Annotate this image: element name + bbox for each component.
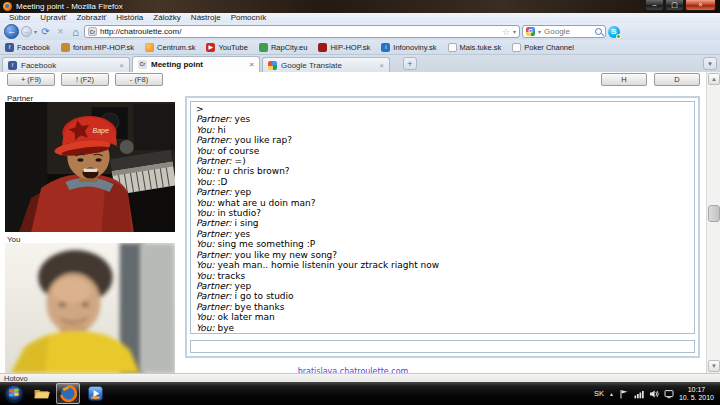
- media-player-icon: [87, 385, 104, 402]
- bookmark-item[interactable]: ▶ YouTube: [206, 43, 247, 52]
- action-center-flag-icon[interactable]: [619, 389, 629, 399]
- menu-item[interactable]: Zobraziť: [71, 13, 111, 23]
- browser-tab[interactable]: f Facebook ×: [2, 57, 130, 72]
- search-input[interactable]: [544, 27, 592, 36]
- bookmark-item[interactable]: Poker Channel: [512, 43, 574, 52]
- chat-message: Partner:i sing: [196, 218, 689, 228]
- maximize-icon[interactable]: ▢: [665, 0, 684, 11]
- chat-message: You:yeah man.. homie listenin your ztrac…: [196, 260, 689, 270]
- bookmark-item[interactable]: Centrum.sk: [145, 43, 195, 52]
- bookmark-star-icon[interactable]: ☆: [502, 27, 510, 37]
- tab-close-icon[interactable]: ×: [379, 61, 384, 70]
- search-bar[interactable]: G ▾: [522, 25, 606, 38]
- hidden-icons-icon[interactable]: ▲: [609, 391, 614, 397]
- chat-text: i go to studio: [235, 291, 294, 301]
- chat-sender: You:: [196, 198, 215, 208]
- bookmark-item[interactable]: forum.HIP-HOP.sk: [61, 43, 134, 52]
- tab-close-icon[interactable]: ×: [119, 61, 124, 70]
- list-all-tabs-icon[interactable]: ▾: [703, 57, 717, 70]
- bookmark-label: HIP-HOP.sk: [330, 43, 370, 52]
- chat-message: You:tracks: [196, 271, 689, 281]
- chat-sender: Partner:: [196, 250, 232, 260]
- firefox-icon: [60, 385, 77, 402]
- scrollbar-thumb[interactable]: [708, 205, 720, 222]
- menu-item[interactable]: Upraviť: [35, 13, 71, 23]
- scroll-down-icon[interactable]: ▼: [708, 360, 720, 372]
- tab-label: Meeting point: [151, 60, 245, 69]
- menu-item[interactable]: Záložky: [148, 13, 186, 23]
- url-input[interactable]: [100, 27, 499, 36]
- bookmarks-toolbar: f Facebook forum.HIP-HOP.sk Centrum.sk ▶…: [0, 40, 720, 55]
- forward-button[interactable]: →: [21, 26, 32, 37]
- chatroulette-control-button[interactable]: ! (F2): [61, 73, 109, 86]
- location-bar[interactable]: Cr ☆ ▾: [84, 25, 520, 38]
- svg-text:Bape: Bape: [93, 127, 110, 135]
- taskbar-explorer-button[interactable]: [29, 383, 53, 404]
- new-tab-button[interactable]: +: [403, 57, 417, 70]
- search-icon[interactable]: [595, 28, 602, 35]
- bookmark-item[interactable]: Mais.tuke.sk: [448, 43, 502, 52]
- bookmark-favicon: [145, 43, 154, 52]
- back-button[interactable]: ←: [4, 24, 19, 39]
- history-dropdown-icon[interactable]: ▾: [34, 28, 37, 35]
- chat-message: Partner:yes: [196, 229, 689, 239]
- search-engine-dropdown-icon[interactable]: ▾: [538, 28, 541, 35]
- volume-icon[interactable]: [649, 389, 659, 399]
- chat-text: ok later man: [218, 312, 275, 322]
- bookmark-item[interactable]: f Facebook: [5, 43, 50, 52]
- menu-item[interactable]: Pomocník: [226, 13, 272, 23]
- system-tray: SK ▲: [594, 382, 718, 405]
- navigation-toolbar: ← → ▾ ⟳ × ⌂ Cr ☆ ▾ G ▾ S: [0, 23, 720, 40]
- home-icon[interactable]: ⌂: [69, 26, 82, 38]
- partner-video: Bape: [5, 102, 175, 232]
- chat-sender: You:: [196, 177, 215, 187]
- google-icon[interactable]: G: [526, 27, 535, 36]
- reload-icon[interactable]: ⟳: [39, 26, 52, 37]
- notification-app-icon[interactable]: [664, 389, 674, 399]
- site-favicon: Cr: [88, 27, 97, 36]
- bookmark-favicon: i: [381, 43, 390, 52]
- minimize-icon[interactable]: –: [645, 0, 664, 11]
- skype-icon[interactable]: S: [608, 26, 620, 38]
- url-dropdown-icon[interactable]: ▾: [513, 28, 516, 35]
- start-button[interactable]: [2, 383, 26, 404]
- chatroulette-control-button[interactable]: + (F9): [7, 73, 55, 86]
- close-icon[interactable]: ×: [685, 0, 716, 11]
- chat-text: yeah man.. homie listenin your ztrack ri…: [218, 260, 440, 270]
- bookmark-favicon: [61, 43, 70, 52]
- chat-log[interactable]: > Partner:yes You:hi Partner:you like ra…: [190, 101, 695, 334]
- bookmark-favicon: [448, 43, 457, 52]
- bookmark-favicon: [512, 43, 521, 52]
- browser-tab[interactable]: Cr Meeting point ×: [132, 56, 260, 72]
- chat-text: you like my new song?: [235, 250, 338, 260]
- chat-sender: You:: [196, 166, 215, 176]
- bookmark-item[interactable]: RapCity.eu: [259, 43, 308, 52]
- browser-tab[interactable]: Google Translate ×: [262, 57, 390, 72]
- chatroulette-control-button[interactable]: D: [654, 73, 700, 86]
- menu-item[interactable]: História: [111, 13, 148, 23]
- taskbar-firefox-button[interactable]: [56, 383, 80, 404]
- chat-text: =): [235, 156, 246, 166]
- partner-webcam-image: Bape: [5, 102, 175, 232]
- stop-icon[interactable]: ×: [54, 26, 67, 37]
- page-scrollbar[interactable]: ▲ ▼: [706, 72, 720, 373]
- chat-message-input[interactable]: [190, 340, 695, 353]
- taskbar-clock[interactable]: 10:17 10. 5. 2010: [679, 386, 718, 402]
- bookmark-item[interactable]: HIP-HOP.sk: [318, 43, 370, 52]
- bookmark-item[interactable]: i Infonoviny.sk: [381, 43, 436, 52]
- menu-item[interactable]: Nástroje: [186, 13, 226, 23]
- network-icon[interactable]: [634, 389, 644, 399]
- menu-item[interactable]: Súbor: [4, 13, 35, 23]
- bookmark-favicon: f: [5, 43, 14, 52]
- chat-message: You:what are u doin man?: [196, 198, 689, 208]
- tab-favicon: [268, 61, 277, 70]
- chat-message: Partner:you like my new song?: [196, 250, 689, 260]
- taskbar-media-player-button[interactable]: [83, 383, 107, 404]
- tab-close-icon[interactable]: ×: [249, 60, 254, 69]
- chatroulette-control-button[interactable]: H: [601, 73, 647, 86]
- scroll-up-icon[interactable]: ▲: [708, 73, 720, 85]
- chat-sender: You:: [196, 260, 215, 270]
- language-indicator[interactable]: SK: [594, 389, 604, 398]
- chat-text: yep: [235, 187, 252, 197]
- chatroulette-control-button[interactable]: - (F8): [115, 73, 163, 86]
